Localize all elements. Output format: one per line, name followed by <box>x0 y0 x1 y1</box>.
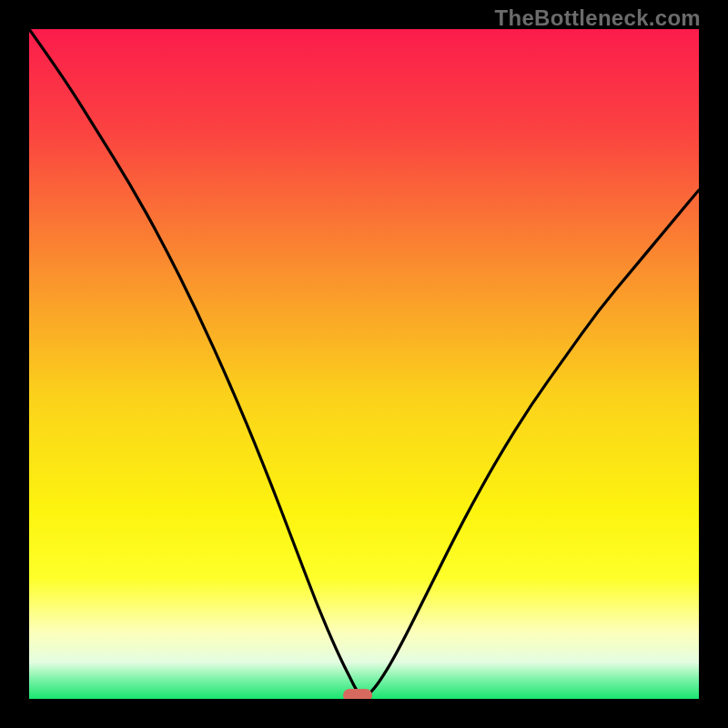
bottleneck-curve <box>29 29 699 699</box>
watermark-text: TheBottleneck.com <box>495 5 701 31</box>
chart-frame: TheBottleneck.com <box>0 0 728 728</box>
plot-area <box>29 29 699 699</box>
minimum-marker <box>343 689 372 699</box>
